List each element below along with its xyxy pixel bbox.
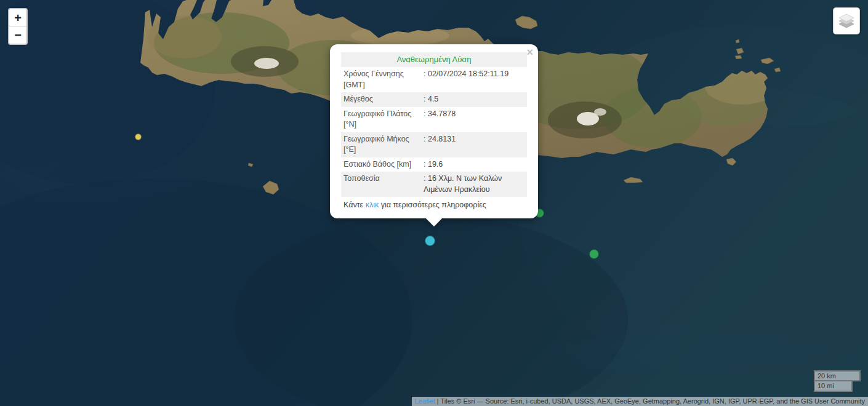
earthquake-marker[interactable] <box>589 249 599 259</box>
popup-row-location: Τοποθεσία : 16 Χλμ. N των Καλών Λιμένων … <box>341 172 527 197</box>
scale-control: 20 km 10 mi <box>814 370 861 392</box>
row-label: Χρόνος Γέννησης [GMT] <box>344 69 421 90</box>
popup-box: × Αναθεωρημένη Λύση Χρόνος Γέννησης [GMT… <box>330 44 538 218</box>
layers-control-button[interactable] <box>833 7 860 34</box>
leaflet-link[interactable]: Leaflet <box>415 397 435 405</box>
zoom-in-button[interactable]: + <box>9 9 26 26</box>
row-value: : 02/07/2024 18:52:11.19 <box>424 69 524 90</box>
layers-icon <box>837 12 856 30</box>
row-value: : 24.8131 <box>424 134 524 156</box>
footer-text: για περισσότερες πληροφορίες <box>379 201 486 209</box>
popup-row-longitude: Γεωγραφικό Μήκος [°E] : 24.8131 <box>341 132 527 157</box>
popup-row-magnitude: Μέγεθος : 4.5 <box>341 92 527 107</box>
row-label: Μέγεθος <box>344 94 421 105</box>
earthquake-marker[interactable] <box>425 236 435 246</box>
scale-km: 20 km <box>814 370 861 382</box>
popup-title: Αναθεωρημένη Λύση <box>341 52 527 67</box>
attribution-bar: Leaflet | Tiles © Esri — Source: Esri, i… <box>412 397 868 406</box>
popup-row-origin-time: Χρόνος Γέννησης [GMT] : 02/07/2024 18:52… <box>341 67 527 92</box>
zoom-control: + − <box>8 8 28 45</box>
zoom-out-button[interactable]: − <box>9 26 26 44</box>
row-label: Γεωγραφικό Μήκος [°E] <box>344 134 421 156</box>
attribution-text: Tiles © Esri — Source: Esri, i-cubed, US… <box>440 397 865 405</box>
popup-row-depth: Εστιακό Βάθος [km] : 19.6 <box>341 157 527 172</box>
row-label: Τοποθεσία <box>344 173 421 195</box>
row-label: Γεωγραφικό Πλάτος [°N] <box>344 109 421 130</box>
row-value: : 16 Χλμ. N των Καλών Λιμένων Ηρακλείου <box>424 173 524 195</box>
scale-mi: 10 mi <box>814 381 853 392</box>
row-value: : 34.7878 <box>424 109 524 130</box>
row-label: Εστιακό Βάθος [km] <box>344 159 421 170</box>
row-value: : 19.6 <box>424 159 524 170</box>
footer-text: Κάντε <box>344 201 366 209</box>
popup-row-latitude: Γεωγραφικό Πλάτος [°N] : 34.7878 <box>341 107 527 132</box>
earthquake-marker[interactable] <box>135 133 142 140</box>
earthquake-popup: × Αναθεωρημένη Λύση Χρόνος Γέννησης [GMT… <box>330 44 538 218</box>
more-info-link[interactable]: κλικ <box>366 201 379 209</box>
row-value: : 4.5 <box>424 94 524 105</box>
map-viewport: × Αναθεωρημένη Λύση Χρόνος Γέννησης [GMT… <box>0 0 868 406</box>
popup-close-button[interactable]: × <box>526 47 533 58</box>
